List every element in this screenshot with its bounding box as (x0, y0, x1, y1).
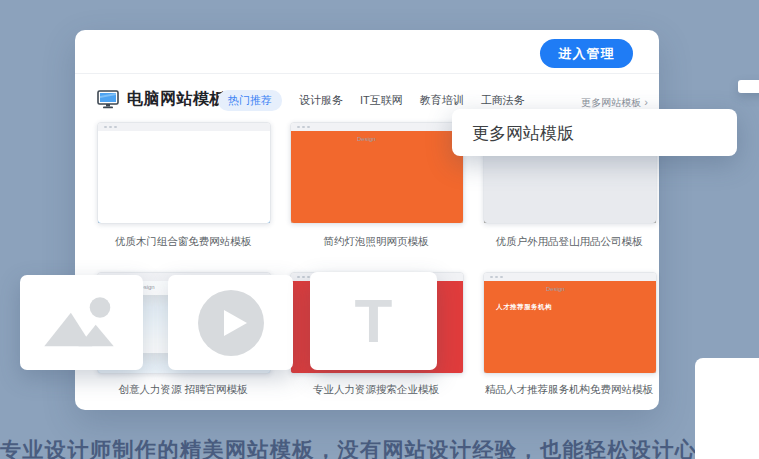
browser-chrome (98, 123, 270, 131)
category-tabs: 热门推荐 设计服务 IT互联网 教育培训 工商法务 (218, 90, 525, 111)
overlay-card-text: T (310, 272, 437, 370)
browser-chrome (291, 123, 463, 131)
template-card-light[interactable]: Light Accessories Design (290, 122, 464, 224)
more-templates-link[interactable]: 更多网站模板› (581, 96, 648, 110)
template-card-doors[interactable]: Doors & Frames Design (97, 122, 271, 224)
section-title: 电脑网站模板 (127, 89, 226, 110)
template-caption: 优质户外用品登山用品公司模板 (473, 235, 665, 249)
tab-hot-recommend[interactable]: 热门推荐 (218, 90, 282, 111)
mockup-title: Doors & Frames Design (106, 136, 174, 142)
more-templates-label: 更多网站模板 (581, 97, 641, 108)
mockup-hero-text: 人才推荐服务机构 (496, 303, 552, 310)
template-caption: 精品人才推荐服务机构免费网站模板 (473, 383, 665, 397)
mockup-title-rest: Design (357, 136, 376, 142)
tab-it-internet[interactable]: IT互联网 (360, 93, 403, 108)
corner-rect-bottom-right (695, 358, 759, 459)
overlay-card-video (168, 275, 293, 370)
more-templates-popup[interactable]: 更多网站模版 (452, 109, 737, 156)
image-placeholder-icon (38, 293, 126, 353)
popup-title: 更多网站模版 (472, 122, 737, 145)
overlay-card-image (20, 275, 143, 370)
monitor-icon (97, 90, 119, 109)
mockup-title-rest: Design (546, 286, 565, 292)
play-icon (197, 289, 265, 357)
header-divider (75, 73, 659, 74)
text-icon: T (355, 290, 393, 352)
tagline: 专业设计师制作的精美网站模板，没有网站设计经验，也能轻松设计心仪网站 (0, 436, 759, 459)
mockup-title-accent: Light Accessories (299, 136, 350, 142)
template-caption: 简约灯泡照明网页模板 (280, 235, 472, 249)
mockup-title-accent: Human Resource (492, 286, 541, 292)
tab-education[interactable]: 教育培训 (420, 93, 464, 108)
template-preview-art (98, 131, 270, 223)
chevron-right-icon: › (644, 96, 648, 108)
browser-chrome (484, 273, 656, 281)
template-caption: 专业人力资源搜索企业模板 (280, 383, 472, 397)
template-caption: 创意人力资源 招聘官网模板 (87, 383, 279, 397)
section-header: 电脑网站模板 (97, 88, 226, 110)
tab-design-service[interactable]: 设计服务 (299, 93, 343, 108)
template-preview-art (291, 131, 463, 223)
mockup-hero-banner: 人才推荐服务机构 (492, 301, 556, 314)
tab-business-legal[interactable]: 工商法务 (481, 93, 525, 108)
manage-button[interactable]: 进入管理 (540, 39, 633, 68)
template-caption: 优质木门组合窗免费网站模板 (87, 235, 279, 249)
corner-rect-top-right (738, 80, 759, 93)
template-card-hr-service[interactable]: Human Resource Design 人才推荐服务机构 (483, 272, 657, 374)
template-preview-art (484, 281, 656, 373)
